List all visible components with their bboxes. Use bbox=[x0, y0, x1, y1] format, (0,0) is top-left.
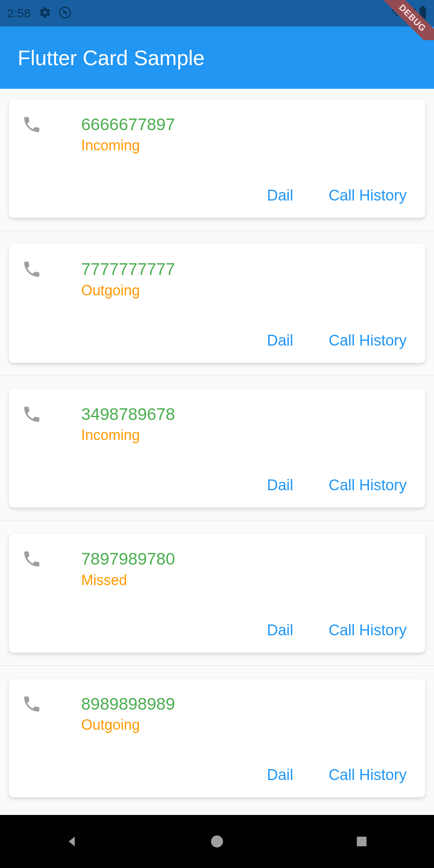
call-type: Missed bbox=[81, 572, 416, 589]
card-info: 6666677897 Incoming bbox=[81, 115, 416, 154]
card-info: 8989898989 Outgoing bbox=[81, 694, 416, 733]
call-history-button[interactable]: Call History bbox=[321, 472, 415, 499]
card-top: 6666677897 Incoming bbox=[22, 115, 416, 154]
phone-icon bbox=[22, 259, 81, 281]
phone-number: 7777777777 bbox=[81, 259, 416, 279]
home-button[interactable] bbox=[209, 833, 225, 850]
call-type: Incoming bbox=[81, 427, 416, 444]
card-info: 7897989780 Missed bbox=[81, 549, 416, 588]
phone-number: 8989898989 bbox=[81, 694, 416, 714]
status-left: 2:58 bbox=[7, 6, 72, 20]
divider bbox=[0, 520, 434, 521]
card-top: 7777777777 Outgoing bbox=[22, 259, 416, 299]
phone-icon bbox=[22, 694, 81, 716]
phone-icon bbox=[22, 549, 81, 571]
call-type: Outgoing bbox=[81, 717, 416, 733]
call-history-button[interactable]: Call History bbox=[321, 327, 415, 354]
call-history-button[interactable]: Call History bbox=[321, 762, 415, 788]
back-button[interactable] bbox=[64, 833, 80, 850]
card-actions: Dail Call History bbox=[22, 617, 416, 644]
dail-button[interactable]: Dail bbox=[259, 182, 301, 209]
card-actions: Dail Call History bbox=[22, 182, 416, 209]
svg-rect-4 bbox=[357, 837, 366, 846]
no-sync-icon bbox=[59, 6, 72, 20]
dail-button[interactable]: Dail bbox=[259, 617, 301, 644]
phone-icon bbox=[22, 404, 81, 426]
call-type: Outgoing bbox=[81, 282, 416, 299]
card-info: 7777777777 Outgoing bbox=[81, 259, 416, 299]
card-top: 8989898989 Outgoing bbox=[22, 694, 416, 733]
phone-number: 3498789678 bbox=[81, 404, 416, 424]
phone-number: 6666677897 bbox=[81, 115, 416, 135]
dail-button[interactable]: Dail bbox=[259, 327, 301, 354]
call-card: 7897989780 Missed Dail Call History bbox=[9, 534, 425, 652]
divider bbox=[0, 231, 434, 231]
card-actions: Dail Call History bbox=[22, 327, 416, 354]
card-actions: Dail Call History bbox=[22, 762, 416, 788]
signal-icon bbox=[405, 7, 416, 20]
status-notification-icons bbox=[39, 6, 72, 20]
card-actions: Dail Call History bbox=[22, 472, 416, 499]
card-top: 7897989780 Missed bbox=[22, 549, 416, 588]
wifi-icon bbox=[391, 6, 403, 20]
status-right bbox=[391, 6, 427, 20]
call-card: 3498789678 Incoming Dail Call History bbox=[9, 389, 425, 508]
divider bbox=[0, 376, 434, 376]
phone-icon bbox=[22, 115, 81, 136]
call-card: 6666677897 Incoming Dail Call History bbox=[9, 99, 425, 218]
android-nav-bar bbox=[0, 815, 434, 868]
dail-button[interactable]: Dail bbox=[259, 762, 301, 788]
call-card: 8989898989 Outgoing Dail Call History bbox=[9, 679, 425, 797]
status-time: 2:58 bbox=[7, 6, 31, 20]
battery-icon bbox=[419, 6, 427, 20]
call-type: Incoming bbox=[81, 137, 416, 154]
gear-icon bbox=[39, 6, 51, 20]
dail-button[interactable]: Dail bbox=[259, 472, 301, 499]
divider bbox=[0, 665, 434, 666]
recents-button[interactable] bbox=[354, 833, 370, 850]
status-bar: 2:58 bbox=[0, 0, 434, 27]
card-top: 3498789678 Incoming bbox=[22, 404, 416, 444]
svg-rect-1 bbox=[420, 8, 426, 19]
app-title: Flutter Card Sample bbox=[18, 46, 205, 70]
call-card: 7777777777 Outgoing Dail Call History bbox=[9, 244, 425, 362]
call-list[interactable]: 6666677897 Incoming Dail Call History 77… bbox=[0, 89, 434, 815]
svg-point-3 bbox=[211, 835, 223, 848]
call-history-button[interactable]: Call History bbox=[321, 617, 415, 644]
phone-number: 7897989780 bbox=[81, 549, 416, 569]
call-history-button[interactable]: Call History bbox=[321, 182, 415, 209]
app-bar: Flutter Card Sample bbox=[0, 27, 434, 89]
card-info: 3498789678 Incoming bbox=[81, 404, 416, 444]
svg-rect-2 bbox=[421, 6, 424, 8]
